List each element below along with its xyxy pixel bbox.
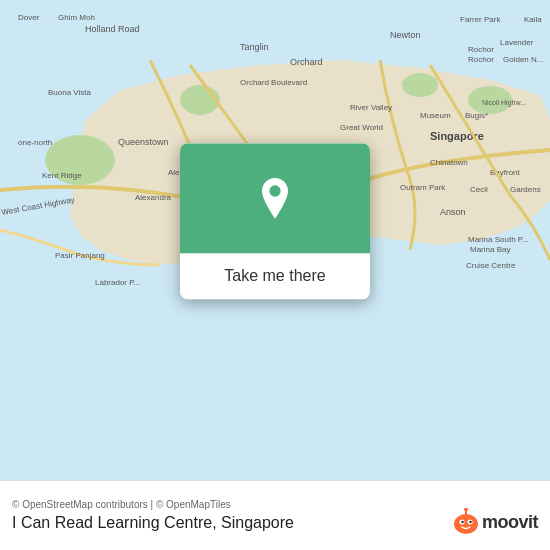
svg-text:Anson: Anson xyxy=(440,207,466,217)
moovit-logo: moovit xyxy=(452,508,538,536)
svg-point-67 xyxy=(469,521,471,523)
svg-text:Rochor: Rochor xyxy=(468,55,494,64)
svg-point-63 xyxy=(454,514,478,534)
svg-text:Kalla: Kalla xyxy=(524,15,542,24)
take-me-there-button[interactable]: Take me there xyxy=(180,253,370,299)
svg-text:Alexandra: Alexandra xyxy=(135,193,172,202)
svg-text:Farrer Park: Farrer Park xyxy=(460,15,501,24)
svg-text:Marina South P...: Marina South P... xyxy=(468,235,529,244)
svg-text:Golden N...: Golden N... xyxy=(503,55,543,64)
svg-text:Lavender: Lavender xyxy=(500,38,534,47)
svg-text:River Valley: River Valley xyxy=(350,103,392,112)
svg-text:Ghim Moh: Ghim Moh xyxy=(58,13,95,22)
svg-text:Tanglin: Tanglin xyxy=(240,42,269,52)
svg-point-11 xyxy=(402,73,438,97)
svg-text:Bugis*: Bugis* xyxy=(465,111,488,120)
svg-text:one-north: one-north xyxy=(18,138,52,147)
svg-text:Pasir Panjang: Pasir Panjang xyxy=(55,251,105,260)
svg-text:Queenstown: Queenstown xyxy=(118,137,169,147)
svg-text:Labrador P...: Labrador P... xyxy=(95,278,140,287)
svg-point-62 xyxy=(269,185,280,196)
moovit-brand-name: moovit xyxy=(482,512,538,533)
moovit-icon xyxy=(452,508,480,536)
svg-text:Cecil: Cecil xyxy=(470,185,488,194)
svg-text:Holland Road: Holland Road xyxy=(85,24,140,34)
svg-text:Outram Park: Outram Park xyxy=(400,183,446,192)
popup-map-section xyxy=(180,143,370,253)
svg-point-69 xyxy=(464,508,468,512)
svg-text:Nicoll Highw...: Nicoll Highw... xyxy=(482,99,526,107)
svg-text:Gardens: Gardens xyxy=(510,185,541,194)
popup-card: Take me there xyxy=(180,143,370,299)
svg-text:Rochor: Rochor xyxy=(468,45,494,54)
location-pin-icon xyxy=(253,176,297,220)
svg-text:Orchard: Orchard xyxy=(290,57,323,67)
svg-point-66 xyxy=(461,521,463,523)
svg-text:Cruise Centre: Cruise Centre xyxy=(466,261,516,270)
svg-text:Great World: Great World xyxy=(340,123,383,132)
svg-text:Buona Vista: Buona Vista xyxy=(48,88,92,97)
map-container: Holland Road Orchard Orchard Boulevard R… xyxy=(0,0,550,480)
bottom-bar: © OpenStreetMap contributors | © OpenMap… xyxy=(0,480,550,550)
svg-text:Chinatown: Chinatown xyxy=(430,158,468,167)
svg-text:Kent Ridge: Kent Ridge xyxy=(42,171,82,180)
svg-text:Marina Bay: Marina Bay xyxy=(470,245,510,254)
svg-text:Orchard Boulevard: Orchard Boulevard xyxy=(240,78,307,87)
svg-text:Dover: Dover xyxy=(18,13,40,22)
svg-text:Newton: Newton xyxy=(390,30,421,40)
svg-text:Museum: Museum xyxy=(420,111,451,120)
